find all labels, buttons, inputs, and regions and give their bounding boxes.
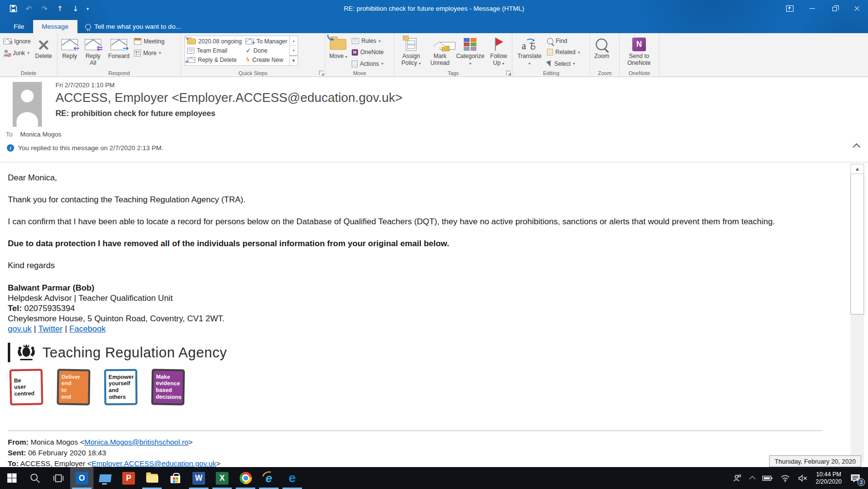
scroll-up-button[interactable]: ▲ [850, 164, 864, 174]
tell-me-box[interactable]: Tell me what you want to do... [85, 20, 181, 33]
delete-button[interactable]: × Delete [33, 34, 55, 69]
quick-step-reply-delete[interactable]: ← Reply & Delete [187, 56, 242, 64]
ribbon: ✕ Ignore Junk ▾ × Delete Delete ← Reply … [0, 33, 868, 77]
to-recipient[interactable]: Monica Mogos [20, 131, 61, 138]
taskbar-word[interactable]: W [187, 467, 210, 489]
scrollbar-track[interactable] [850, 314, 864, 462]
forward-button[interactable]: → Forward [106, 34, 132, 69]
ribbon-display-options-button[interactable] [778, 0, 801, 17]
reply-all-arrow-icon: ⇇ [96, 44, 103, 53]
closing: Kind regards [8, 261, 834, 271]
redo-button[interactable]: ↷ [37, 2, 52, 16]
taskbar-chrome[interactable] [234, 467, 257, 489]
follow-up-button[interactable]: Follow Up ▾ [487, 34, 510, 69]
select-button[interactable]: Select ▾ [545, 59, 582, 69]
delete-group-label: Delete [0, 70, 57, 76]
taskbar-powerpoint[interactable]: P [117, 467, 140, 489]
customize-qat-button[interactable]: ▾ [84, 6, 92, 11]
quick-step-create-new[interactable]: ϟ Create New [245, 56, 287, 64]
meeting-button[interactable]: Meeting [132, 36, 167, 46]
taskbar-internet-explorer[interactable] [257, 467, 281, 489]
message-header: Fri 2/7/2020 1:10 PM ACCESS, Employer <E… [0, 77, 868, 141]
people-button[interactable] [729, 467, 746, 489]
sender-address[interactable]: ACCESS, Employer <Employer.ACCESS@educat… [56, 90, 402, 105]
taskbar-store[interactable] [164, 467, 187, 489]
gallery-up-button[interactable]: ▴ [290, 36, 298, 46]
junk-button[interactable]: Junk ▾ [1, 48, 33, 58]
quoted-to-email-link[interactable]: Employer.ACCESS@education.gov.uk [92, 459, 216, 467]
restore-button[interactable] [823, 0, 846, 17]
translate-label: Translate ▾ [516, 53, 543, 67]
vertical-scrollbar[interactable]: ▲ [850, 164, 864, 462]
reply-button[interactable]: ← Reply [59, 34, 80, 69]
quoted-to-close: > [216, 459, 221, 467]
editing-group-label: Editing [512, 70, 590, 76]
battery-button[interactable] [759, 467, 776, 489]
quick-step-team-email[interactable]: Team Email [187, 46, 242, 55]
signature-links: gov.uk | Twitter | Facebook [8, 324, 834, 334]
to-manager-icon: → [245, 39, 254, 44]
from-close: > [189, 438, 193, 446]
ignore-button[interactable]: ✕ Ignore [1, 36, 33, 46]
related-caret-icon: ▾ [578, 50, 580, 55]
from-email-link[interactable]: Monica.Mogos@britishschool.ro [84, 438, 189, 446]
related-button[interactable]: Related ▾ [545, 47, 582, 57]
action-center-button[interactable]: 3 [847, 467, 864, 489]
translate-button[interactable]: a Translate ▾ [514, 34, 545, 69]
tab-file[interactable]: File [5, 20, 33, 33]
twitter-link[interactable]: Twitter [38, 324, 62, 333]
start-button[interactable] [0, 467, 23, 489]
message-subject: RE: prohibition check for future employe… [56, 109, 215, 118]
gallery-more-button[interactable]: ▼ [290, 56, 298, 65]
wifi-button[interactable] [777, 467, 793, 489]
quick-step-to-manager[interactable]: → To Manager [245, 37, 287, 46]
delete-x-icon: × [37, 37, 51, 52]
facebook-link[interactable]: Facebook [69, 324, 106, 333]
actions-button[interactable]: Actions ▾ [350, 59, 386, 69]
reply-delete-arrow-icon: ← [185, 59, 189, 64]
rules-button[interactable]: Rules ▾ [350, 36, 386, 46]
forward-icon: → [111, 39, 127, 50]
onenote-small-icon: N [352, 49, 358, 56]
meeting-label: Meeting [144, 38, 165, 45]
assign-policy-button[interactable]: Assign Policy ▾ [396, 34, 426, 69]
tags-dialog-launcher[interactable] [506, 71, 510, 75]
onenote-button[interactable]: N OneNote [350, 47, 386, 57]
send-to-onenote-button[interactable]: N Send to OneNote [621, 34, 657, 69]
next-item-button[interactable]: ↓ [68, 2, 83, 16]
volume-muted-button[interactable] [794, 467, 811, 489]
categorize-button[interactable]: Categorize ▾ [453, 34, 487, 69]
tab-message[interactable]: Message [33, 20, 77, 33]
taskbar-file-explorer[interactable] [140, 467, 164, 489]
previous-item-button[interactable]: ↑ [53, 2, 67, 16]
more-respond-button[interactable]: More ▾ [132, 48, 167, 58]
quick-step-done[interactable]: ✓ Done [245, 46, 287, 55]
signature-address: Cheylesmore House, 5 Quinton Road, Coven… [8, 313, 834, 324]
sender-avatar[interactable] [13, 82, 42, 127]
find-button[interactable]: Find [545, 36, 582, 46]
taskbar-remote-desktop[interactable] [94, 467, 117, 489]
taskbar-edge[interactable] [281, 467, 304, 489]
search-icon [30, 473, 40, 484]
zoom-button[interactable]: Zoom [592, 34, 612, 69]
quick-steps-dialog-launcher[interactable] [319, 71, 323, 75]
move-button[interactable]: Move ▾ [327, 34, 350, 69]
clock-date: 2/20/2020 [816, 478, 842, 486]
save-button[interactable] [6, 2, 20, 16]
search-button[interactable] [23, 467, 47, 489]
govuk-link[interactable]: gov.uk [8, 324, 32, 333]
scrollbar-thumb[interactable] [850, 174, 864, 314]
close-button[interactable] [846, 0, 868, 17]
taskbar-outlook[interactable]: O [70, 467, 94, 489]
minimize-button[interactable] [801, 0, 823, 17]
taskbar-excel[interactable]: X [210, 467, 234, 489]
undo-button[interactable]: ↶ [21, 2, 36, 16]
gallery-down-button[interactable]: ▾ [290, 46, 298, 56]
quick-step-ongoing[interactable]: ↘ 2020.08 ongoing [187, 37, 242, 46]
show-hidden-icons-button[interactable] [747, 467, 758, 489]
windows-logo-icon [7, 473, 17, 483]
taskbar-clock[interactable]: 10:44 PM 2/20/2020 [812, 471, 846, 486]
mark-unread-button[interactable]: Mark Unread [426, 34, 453, 69]
task-view-button[interactable] [47, 467, 70, 489]
reply-all-button[interactable]: ⇇ Reply All [80, 34, 106, 69]
